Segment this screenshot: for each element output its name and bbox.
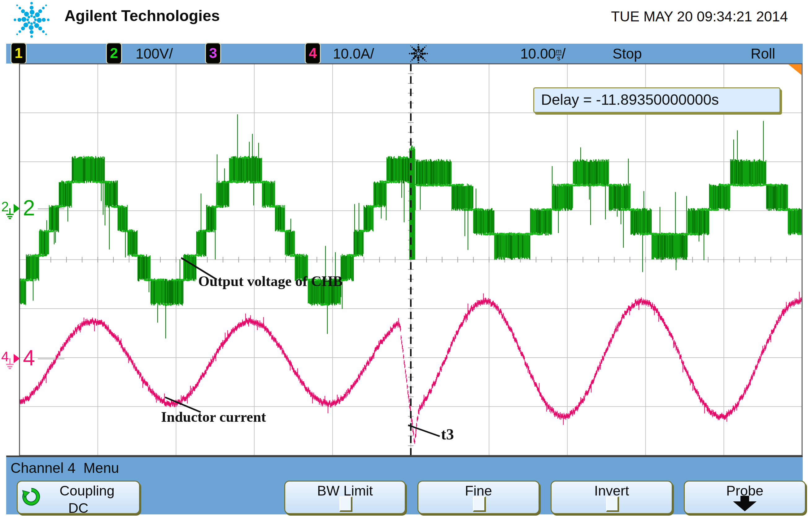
- expand-corner-marker: [789, 64, 801, 75]
- arrow-right-icon: [14, 354, 20, 363]
- channel-2-ground-marker: 2: [1, 199, 21, 220]
- bw-limit-checkbox: [339, 496, 352, 512]
- invert-button[interactable]: Invert: [551, 481, 673, 514]
- fine-button[interactable]: Fine: [418, 481, 540, 514]
- coupling-button[interactable]: Coupling DC: [17, 481, 140, 514]
- down-arrow-icon: [729, 496, 761, 511]
- channel-4-plot-digit: 4: [23, 347, 35, 369]
- coupling-label: Coupling: [35, 483, 139, 499]
- channel-2-marker-digit: 2: [1, 199, 9, 214]
- time-marker-annotation: t3: [441, 425, 454, 443]
- bw-limit-button[interactable]: BW Limit: [284, 481, 406, 514]
- channel-2-plot-digit: 2: [23, 197, 35, 219]
- probe-button[interactable]: Probe: [684, 481, 806, 514]
- menu-title: Channel 4 Menu: [11, 460, 119, 476]
- channel-4-ground-marker: 4: [1, 349, 21, 370]
- waveform-display: [0, 0, 812, 524]
- invert-checkbox: [606, 496, 619, 512]
- arrow-right-icon: [14, 204, 20, 213]
- ch4-annotation: Inductor current: [161, 408, 266, 425]
- ch2-annotation: Output voltage of CHB: [198, 273, 342, 290]
- delay-readout: Delay = -11.89350000000s: [533, 87, 780, 113]
- fine-checkbox: [473, 496, 486, 512]
- channel-4-marker-digit: 4: [1, 349, 9, 364]
- rotate-icon: [22, 487, 40, 506]
- softkey-menu-bar: Channel 4 Menu Coupling DC BW Limit Fine…: [6, 457, 803, 514]
- oscilloscope-screen: Agilent Technologies TUE MAY 20 09:34:21…: [0, 0, 812, 524]
